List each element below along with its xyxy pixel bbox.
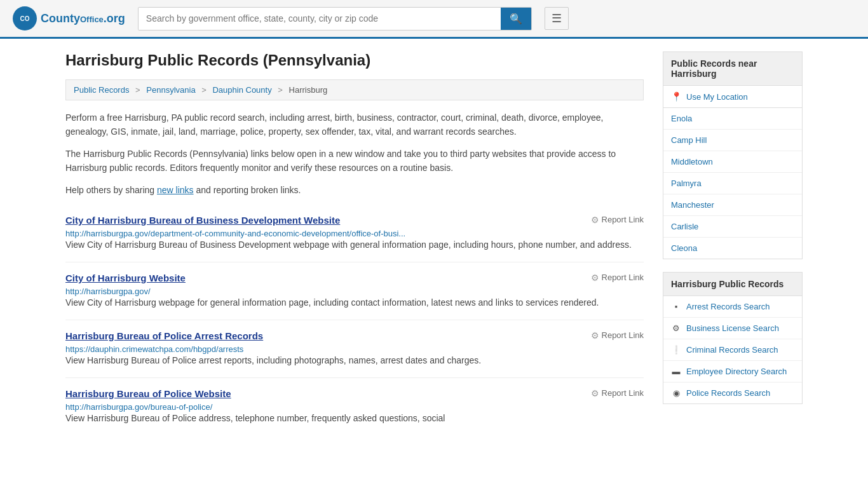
sidebar-record-label-3: Employee Directory Search <box>686 367 787 376</box>
sidebar-record-0[interactable]: ▪ Arrest Records Search <box>663 296 802 318</box>
record-desc-3: View Harrisburg Bureau of Police address… <box>65 412 644 425</box>
location-pin-icon: 📍 <box>671 92 681 102</box>
record-title-2[interactable]: Harrisburg Bureau of Police Arrest Recor… <box>65 330 263 341</box>
nearby-place-camp-hill[interactable]: Camp Hill <box>663 130 802 151</box>
logo-name: CountyOffice.org <box>41 12 125 25</box>
intro-paragraph-2: The Harrisburg Public Records (Pennsylva… <box>65 147 644 175</box>
sidebar-record-icon-1: ⚙ <box>671 323 681 333</box>
sidebar-record-1[interactable]: ⚙ Business License Search <box>663 318 802 339</box>
use-my-location-label: Use My Location <box>686 92 748 102</box>
records-links-list: ▪ Arrest Records Search ⚙ Business Licen… <box>663 296 803 404</box>
sidebar-record-icon-0: ▪ <box>671 302 681 311</box>
search-input[interactable] <box>139 8 501 30</box>
nearby-place-carlisle[interactable]: Carlisle <box>663 216 802 238</box>
nearby-place-cleona[interactable]: Cleona <box>663 238 802 259</box>
report-link-icon-2: ⚙ <box>591 330 599 341</box>
record-title-0[interactable]: City of Harrisburg Bureau of Business De… <box>65 215 340 226</box>
record-header-0: City of Harrisburg Bureau of Business De… <box>65 215 644 226</box>
sidebar-record-icon-4: ◉ <box>671 388 681 398</box>
sidebar-record-label-4: Police Records Search <box>686 388 770 398</box>
report-link-1[interactable]: ⚙ Report Link <box>591 273 644 283</box>
nearby-use-location[interactable]: 📍 Use My Location <box>663 86 802 107</box>
sidebar-record-3[interactable]: ▬ Employee Directory Search <box>663 361 802 383</box>
nearby-section: Public Records near Harrisburg 📍 Use My … <box>663 51 803 259</box>
report-link-3[interactable]: ⚙ Report Link <box>591 388 644 398</box>
record-desc-0: View City of Harrisburg Bureau of Busine… <box>65 238 644 252</box>
sidebar-record-icon-2: ❕ <box>671 345 681 355</box>
breadcrumb: Public Records > Pennsylvania > Dauphin … <box>65 79 644 100</box>
intro-paragraph-3: Help others by sharing new links and rep… <box>65 183 644 197</box>
sidebar-record-label-1: Business License Search <box>686 323 779 333</box>
main-container: Harrisburg Public Records (Pennsylvania)… <box>53 39 815 448</box>
records-sidebar-section: Harrisburg Public Records ▪ Arrest Recor… <box>663 272 803 404</box>
breadcrumb-harrisburg: Harrisburg <box>289 85 328 95</box>
report-link-icon-0: ⚙ <box>591 215 599 225</box>
record-header-2: Harrisburg Bureau of Police Arrest Recor… <box>65 330 644 341</box>
sidebar-record-label-2: Criminal Records Search <box>686 345 778 355</box>
record-desc-2: View Harrisburg Bureau of Police arrest … <box>65 354 644 367</box>
record-title-1[interactable]: City of Harrisburg Website <box>65 273 186 283</box>
report-link-icon-3: ⚙ <box>591 388 599 398</box>
sidebar: Public Records near Harrisburg 📍 Use My … <box>663 51 803 435</box>
record-url-2[interactable]: https://dauphin.crimewatchpa.com/hbgpd/a… <box>65 344 243 354</box>
nearby-place-palmyra[interactable]: Palmyra <box>663 173 802 194</box>
site-header: CO CountyOffice.org 🔍 ☰ <box>0 0 868 39</box>
hamburger-menu-button[interactable]: ☰ <box>545 7 569 30</box>
sidebar-record-2[interactable]: ❕ Criminal Records Search <box>663 339 802 361</box>
search-button[interactable]: 🔍 <box>501 8 531 30</box>
report-link-icon-1: ⚙ <box>591 273 599 283</box>
breadcrumb-public-records[interactable]: Public Records <box>74 85 129 95</box>
breadcrumb-dauphin-county[interactable]: Dauphin County <box>212 85 271 95</box>
nearby-title: Public Records near Harrisburg <box>663 51 803 86</box>
sidebar-record-icon-3: ▬ <box>671 367 681 376</box>
report-link-0[interactable]: ⚙ Report Link <box>591 215 644 225</box>
report-link-2[interactable]: ⚙ Report Link <box>591 330 644 341</box>
nearby-place-enola[interactable]: Enola <box>663 108 802 130</box>
records-sidebar-title: Harrisburg Public Records <box>663 272 803 296</box>
logo-link[interactable]: CO CountyOffice.org <box>13 6 125 30</box>
record-item-3: Harrisburg Bureau of Police Website ⚙ Re… <box>65 378 644 435</box>
search-bar: 🔍 <box>138 7 532 30</box>
record-url-3[interactable]: http://harrisburgpa.gov/bureau-of-police… <box>65 402 212 412</box>
records-list: City of Harrisburg Bureau of Business De… <box>65 205 644 435</box>
record-url-0[interactable]: http://harrisburgpa.gov/department-of-co… <box>65 229 405 238</box>
record-item-1: City of Harrisburg Website ⚙ Report Link… <box>65 262 644 320</box>
new-links-link[interactable]: new links <box>157 185 194 195</box>
record-header-1: City of Harrisburg Website ⚙ Report Link <box>65 273 644 283</box>
record-title-3[interactable]: Harrisburg Bureau of Police Website <box>65 388 231 399</box>
nearby-list: 📍 Use My Location <box>663 86 803 108</box>
record-desc-1: View City of Harrisburg webpage for gene… <box>65 296 644 309</box>
record-url-1[interactable]: http://harrisburgpa.gov/ <box>65 287 151 296</box>
sidebar-record-label-0: Arrest Records Search <box>686 302 770 311</box>
nearby-places-list: EnolaCamp HillMiddletownPalmyraMancheste… <box>663 108 803 259</box>
page-title: Harrisburg Public Records (Pennsylvania) <box>65 51 644 69</box>
nearby-place-manchester[interactable]: Manchester <box>663 194 802 216</box>
intro-paragraph-1: Perform a free Harrisburg, PA public rec… <box>65 111 644 139</box>
content-area: Harrisburg Public Records (Pennsylvania)… <box>65 51 644 435</box>
record-item-2: Harrisburg Bureau of Police Arrest Recor… <box>65 320 644 378</box>
record-item-0: City of Harrisburg Bureau of Business De… <box>65 205 644 262</box>
nearby-place-middletown[interactable]: Middletown <box>663 151 802 173</box>
breadcrumb-pennsylvania[interactable]: Pennsylvania <box>146 85 195 95</box>
record-header-3: Harrisburg Bureau of Police Website ⚙ Re… <box>65 388 644 399</box>
svg-text:CO: CO <box>20 15 30 22</box>
sidebar-record-4[interactable]: ◉ Police Records Search <box>663 383 802 403</box>
logo-icon: CO <box>13 6 37 30</box>
